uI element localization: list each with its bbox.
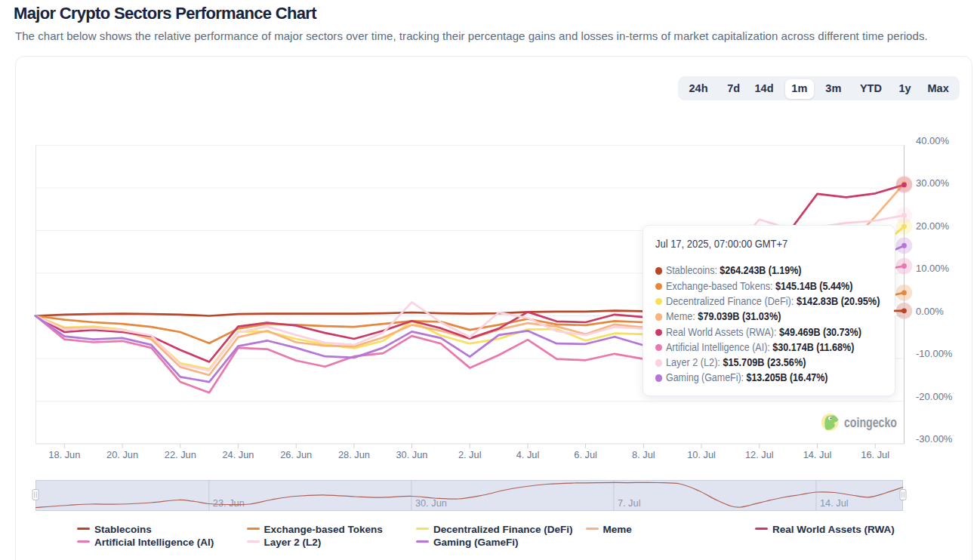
svg-text:-30.00%: -30.00% (916, 433, 953, 445)
svg-text:20. Jun: 20. Jun (106, 449, 138, 460)
svg-text:-10.00%: -10.00% (916, 348, 953, 359)
svg-text:24. Jun: 24. Jun (222, 449, 254, 460)
svg-text:20.00%: 20.00% (916, 220, 950, 232)
svg-text:30. Jun: 30. Jun (396, 449, 428, 460)
svg-text:30.00%: 30.00% (916, 177, 950, 189)
svg-text:28. Jun: 28. Jun (338, 449, 370, 460)
svg-text:10.00%: 10.00% (916, 263, 950, 274)
svg-text:coingecko: coingecko (844, 414, 897, 430)
svg-text:0.00%: 0.00% (916, 306, 944, 317)
svg-text:-20.00%: -20.00% (916, 391, 953, 402)
svg-text:10. Jul: 10. Jul (687, 449, 716, 460)
svg-text:22. Jun: 22. Jun (165, 449, 196, 460)
svg-text:40.00%: 40.00% (916, 135, 950, 146)
svg-text:18. Jun: 18. Jun (48, 449, 80, 460)
svg-text:12. Jul: 12. Jul (745, 449, 774, 460)
svg-text:6. Jul: 6. Jul (574, 449, 597, 460)
svg-text:16. Jul: 16. Jul (861, 449, 889, 460)
svg-text:8. Jul: 8. Jul (632, 449, 655, 460)
svg-text:7. Jul: 7. Jul (618, 497, 641, 509)
svg-text:26. Jun: 26. Jun (280, 449, 312, 460)
svg-text:23. Jun: 23. Jun (213, 497, 245, 509)
svg-text:14. Jul: 14. Jul (803, 449, 832, 460)
svg-text:4. Jul: 4. Jul (516, 449, 540, 460)
svg-text:14. Jul: 14. Jul (820, 497, 849, 509)
svg-text:2. Jul: 2. Jul (458, 449, 482, 460)
